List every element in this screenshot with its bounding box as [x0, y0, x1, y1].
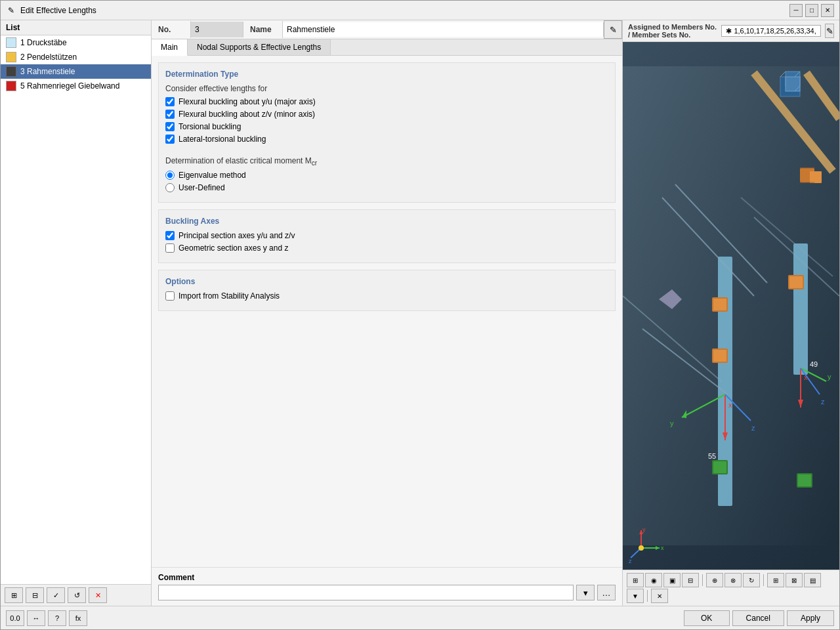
label-eigenvalue: Eigenvalue method: [178, 171, 246, 180]
cb-flexural-minor: Flexural buckling about z/v (minor axis): [165, 110, 608, 119]
apply-button[interactable]: Apply: [787, 610, 834, 626]
radio-eigenvalue: Eigenvalue method: [165, 171, 608, 180]
members-field[interactable]: [721, 25, 821, 37]
bottom-btn-snap[interactable]: ↔: [27, 610, 45, 626]
name-row: No. Name ✎: [152, 20, 622, 39]
view-btn-9[interactable]: ⊠: [786, 573, 803, 587]
structural-visualization: x y z 55 x y: [623, 42, 839, 570]
name-edit-button[interactable]: ✎: [604, 20, 622, 39]
window-title: Edit Effective Lengths: [20, 6, 96, 15]
label-principal-axes: Principal section axes y/u and z/v: [178, 231, 295, 240]
svg-text:49: 49: [810, 360, 818, 368]
list-item-5[interactable]: 5 Rahmenriegel Giebelwand: [1, 79, 151, 93]
window-controls: ─ □ ✕: [789, 4, 834, 17]
list-toolbar: ⊞ ⊟ ✓ ↺ ✕: [1, 584, 151, 606]
label-geometric-axes: Geometric section axes y and z: [178, 243, 288, 253]
svg-text:x: x: [728, 401, 732, 409]
radio-btn-user-defined[interactable]: [165, 183, 175, 192]
view-btn-2[interactable]: ◉: [645, 573, 662, 587]
view-btn-3[interactable]: ▣: [663, 573, 681, 587]
center-panel: No. Name ✎ Main Nodal Supports & Effecti…: [152, 20, 623, 606]
view-btn-10[interactable]: ▤: [804, 573, 821, 587]
comment-action-button[interactable]: ▾: [576, 585, 595, 600]
svg-text:z: z: [821, 398, 825, 406]
comment-row: ▾ …: [158, 585, 616, 600]
svg-text:y: y: [642, 526, 646, 533]
new-item-button[interactable]: ⊞: [5, 587, 23, 603]
viewport-3d[interactable]: x y z 55 x y: [623, 42, 839, 570]
item-color-1: [6, 37, 16, 48]
assigned-members-bar: Assigned to Members No. / Member Sets No…: [623, 20, 839, 42]
checkbox-geometric-axes[interactable]: [165, 243, 175, 253]
determination-type-section: Determination Type Consider effective le…: [158, 62, 616, 203]
ok-button[interactable]: OK: [684, 610, 730, 626]
options-section: Options Import from Stability Analysis: [158, 270, 616, 311]
cb-principal-axes: Principal section axes y/u and z/v: [165, 231, 608, 240]
list-item-1[interactable]: 1 Druckstäbe: [1, 35, 151, 50]
tab-nodal[interactable]: Nodal Supports & Effective Lengths: [188, 39, 331, 55]
members-edit-button[interactable]: ✎: [825, 24, 834, 38]
svg-marker-50: [656, 546, 660, 550]
bottom-btn-zero[interactable]: 0.0: [6, 610, 24, 626]
svg-rect-45: [786, 77, 800, 91]
cb-torsional: Torsional buckling: [165, 122, 608, 131]
label-torsional: Torsional buckling: [178, 122, 241, 131]
comment-input[interactable]: [158, 585, 574, 600]
list-item-2[interactable]: 2 Pendelstützen: [1, 50, 151, 64]
item-color-2: [6, 52, 16, 62]
left-panel: List 1 Druckstäbe 2 Pendelstützen 3 Rahm…: [1, 20, 152, 606]
delete-button[interactable]: ✕: [89, 587, 107, 603]
checkbox-import-stability[interactable]: [165, 291, 175, 301]
view-btn-6[interactable]: ⊗: [724, 573, 742, 587]
bottom-btn-help[interactable]: ?: [48, 610, 66, 626]
confirm-button[interactable]: ✓: [47, 587, 65, 603]
view-btn-4[interactable]: ⊟: [682, 573, 699, 587]
view-btn-7[interactable]: ↻: [743, 573, 760, 587]
close-button[interactable]: ✕: [821, 4, 834, 17]
view-btn-8[interactable]: ⊞: [767, 573, 784, 587]
no-field[interactable]: [191, 22, 243, 37]
comment-extra-button[interactable]: …: [597, 585, 616, 600]
view-btn-close[interactable]: ✕: [651, 589, 668, 603]
view-btn-1[interactable]: ⊞: [627, 573, 644, 587]
cb-lateral: Lateral-torsional buckling: [165, 135, 608, 144]
view-sep-2: [763, 574, 764, 586]
reset-button[interactable]: ↺: [68, 587, 86, 603]
consider-label: Consider effective lengths for: [165, 84, 608, 93]
bottom-btn-formula[interactable]: fx: [69, 610, 87, 626]
buckling-axes-section: Buckling Axes Principal section axes y/u…: [158, 209, 616, 263]
item-label-5: 5 Rahmenriegel Giebelwand: [20, 81, 119, 91]
determination-type-title: Determination Type: [165, 70, 608, 79]
checkbox-lateral[interactable]: [165, 135, 175, 144]
view-btn-5[interactable]: ⊕: [706, 573, 723, 587]
copy-item-button[interactable]: ⊟: [26, 587, 44, 603]
no-label: No.: [152, 21, 191, 38]
item-color-5: [6, 81, 16, 91]
title-bar: ✎ Edit Effective Lengths ─ □ ✕: [1, 1, 839, 20]
checkbox-torsional[interactable]: [165, 122, 175, 131]
assigned-label: Assigned to Members No. / Member Sets No…: [628, 23, 717, 39]
buckling-axes-title: Buckling Axes: [165, 217, 608, 226]
list-items: 1 Druckstäbe 2 Pendelstützen 3 Rahmensti…: [1, 35, 151, 584]
svg-rect-19: [713, 350, 726, 362]
item-label-1: 1 Druckstäbe: [20, 38, 67, 47]
radio-btn-eigenvalue[interactable]: [165, 171, 175, 180]
bottom-left-toolbar: 0.0 ↔ ? fx: [6, 610, 87, 626]
list-item-3[interactable]: 3 Rahmenstiele: [1, 64, 151, 79]
cancel-button[interactable]: Cancel: [732, 610, 784, 626]
view-btn-11[interactable]: ▼: [627, 589, 644, 603]
name-field[interactable]: [283, 22, 604, 37]
minimize-button[interactable]: ─: [789, 4, 803, 17]
elastic-label: Determination of elastic critical moment…: [165, 156, 608, 167]
checkbox-flexural-major[interactable]: [165, 97, 175, 106]
checkbox-principal-axes[interactable]: [165, 231, 175, 240]
checkbox-flexural-minor[interactable]: [165, 110, 175, 119]
comment-section: Comment ▾ …: [152, 567, 622, 606]
maximize-button[interactable]: □: [805, 4, 818, 17]
list-header: List: [1, 20, 151, 35]
comment-label: Comment: [158, 573, 616, 582]
svg-rect-23: [713, 461, 726, 473]
tab-main[interactable]: Main: [152, 39, 188, 56]
item-label-3: 3 Rahmenstiele: [20, 67, 75, 76]
tab-bar: Main Nodal Supports & Effective Lengths: [152, 39, 622, 56]
